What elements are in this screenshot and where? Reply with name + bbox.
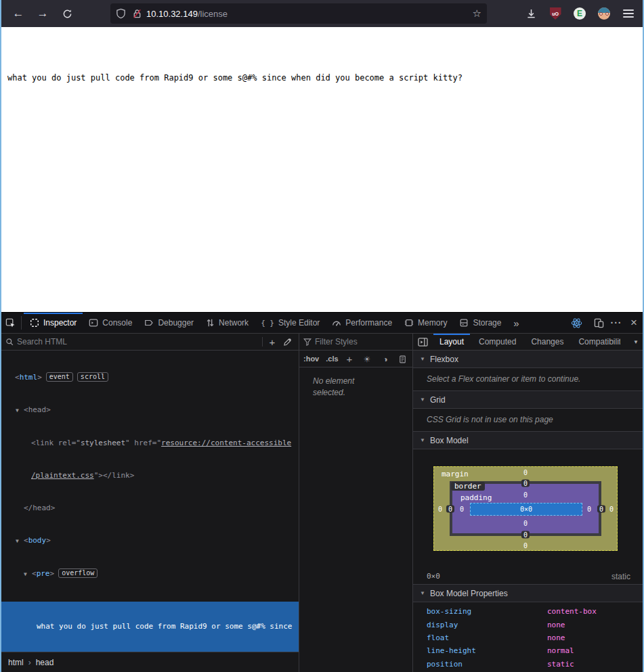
devtools-close-button[interactable]: × <box>625 313 643 333</box>
box-model-section-header[interactable]: ▼ Box Model <box>413 432 643 449</box>
padding-bottom-value[interactable]: 0 <box>523 520 528 527</box>
class-toggle[interactable]: .cls <box>326 355 338 363</box>
twisty-icon[interactable]: ▼ <box>16 405 24 416</box>
bookmark-star-icon[interactable]: ☆ <box>473 7 481 20</box>
app-menu-button[interactable] <box>620 5 637 22</box>
tab-layout[interactable]: Layout <box>432 334 471 350</box>
padding-top-value[interactable]: 0 <box>523 491 528 499</box>
extension-e-button[interactable]: E <box>571 5 588 22</box>
devtools-meatball-menu-button[interactable]: ··· <box>607 313 625 333</box>
tab-storage[interactable]: Storage <box>453 313 507 333</box>
browser-toolbar: ← → 10.10.32.149/license ☆ uO E <box>1 0 643 27</box>
padding-right-value[interactable]: 0 <box>587 506 591 513</box>
tab-performance[interactable]: Performance <box>326 313 398 333</box>
all-tabs-dropdown-icon[interactable]: ▼ <box>633 339 643 345</box>
property-row[interactable]: line-heightnormal <box>413 644 643 657</box>
grid-section-header[interactable]: ▼ Grid <box>413 391 643 409</box>
search-html-input[interactable] <box>17 337 260 346</box>
node-head-close[interactable]: </head> <box>1 503 299 514</box>
reload-button[interactable] <box>58 5 76 22</box>
three-pane-toggle-icon[interactable] <box>413 338 432 346</box>
tab-network[interactable]: Network <box>200 313 255 333</box>
node-link-wrap[interactable]: /plaintext.css"></link> <box>1 470 299 481</box>
page-viewport[interactable]: what you do just pull code from Rapid9 o… <box>1 27 643 312</box>
add-rule-button[interactable]: + <box>344 351 355 367</box>
node-head[interactable]: ▼<head> <box>1 405 299 416</box>
property-row[interactable]: floatnone <box>413 631 643 644</box>
property-row[interactable]: box-sizingcontent-box <box>413 605 643 618</box>
rules-empty-message: No element selected. <box>313 376 387 399</box>
border-bottom-value[interactable]: 0 <box>521 531 530 539</box>
markup-tree[interactable]: <html>eventscroll ▼<head> <link rel="sty… <box>1 351 299 672</box>
print-simulation-icon[interactable] <box>397 351 408 367</box>
tab-console[interactable]: Console <box>83 313 138 333</box>
tracking-shield-icon[interactable] <box>116 8 126 19</box>
url-bar[interactable]: 10.10.32.149/license ☆ <box>110 3 487 24</box>
tab-style-editor[interactable]: { } Style Editor <box>255 313 326 333</box>
forward-button[interactable]: → <box>34 5 51 22</box>
insecure-lock-icon[interactable] <box>132 8 142 19</box>
tab-compatibility[interactable]: Compatibility <box>571 334 620 350</box>
content-layer[interactable]: 0×0 <box>470 503 582 516</box>
downloads-button[interactable] <box>522 5 540 22</box>
tab-label: Debugger <box>158 318 194 328</box>
margin-left-value[interactable]: 0 <box>438 506 442 513</box>
filter-styles-input[interactable] <box>315 337 420 346</box>
border-left-value[interactable]: 0 <box>446 506 454 513</box>
console-icon <box>89 318 98 328</box>
property-row[interactable]: displaynone <box>413 618 643 631</box>
tab-changes[interactable]: Changes <box>523 334 571 350</box>
href-link[interactable]: /plaintext.css <box>31 471 94 480</box>
url-text: 10.10.32.149/license <box>146 9 228 19</box>
overflow-badge[interactable]: overflow <box>58 568 98 578</box>
node-pre[interactable]: ▼<pre>overflow <box>1 568 299 580</box>
tab-memory[interactable]: Memory <box>398 313 453 333</box>
performance-icon <box>332 318 341 328</box>
twisty-icon[interactable]: ▼ <box>16 536 24 547</box>
box-model-properties-list: box-sizingcontent-box displaynone floatn… <box>413 602 643 672</box>
light-mode-icon[interactable]: ☀ <box>362 351 372 367</box>
node-link[interactable]: <link rel="stylesheet" href="resource://… <box>1 438 299 449</box>
node-html[interactable]: <html>eventscroll <box>1 372 299 383</box>
node-body[interactable]: ▼<body> <box>1 535 299 547</box>
download-icon <box>526 9 536 19</box>
breadcrumb-item-html[interactable]: html <box>8 658 24 667</box>
markup-panel: + <html>eventscroll ▼<head> <link rel="s… <box>1 334 299 672</box>
tab-debugger[interactable]: Debugger <box>138 313 200 333</box>
flexbox-section-header[interactable]: ▼ Flexbox <box>413 351 643 368</box>
href-link[interactable]: resource://content-accessible <box>161 439 291 447</box>
more-tabs-button[interactable]: » <box>507 313 525 333</box>
margin-top-value[interactable]: 0 <box>523 469 528 476</box>
padding-left-value[interactable]: 0 <box>460 506 464 513</box>
add-node-button[interactable]: + <box>265 336 280 348</box>
eyedropper-icon[interactable] <box>280 338 295 346</box>
node-picker-button[interactable] <box>1 313 19 333</box>
element-dimensions-row: 0×0 static <box>413 568 643 585</box>
tab-computed[interactable]: Computed <box>471 334 523 350</box>
border-top-value[interactable]: 0 <box>521 480 530 487</box>
margin-right-value[interactable]: 0 <box>609 506 614 513</box>
dark-mode-icon[interactable]: ◑ <box>380 351 391 367</box>
tab-inspector[interactable]: Inspector <box>24 313 83 333</box>
ublock-shield-icon: uO <box>550 7 561 20</box>
border-right-value[interactable]: 0 <box>597 506 605 513</box>
twisty-icon[interactable]: ▼ <box>24 569 32 580</box>
debugger-icon <box>144 318 154 328</box>
style-editor-icon: { } <box>261 319 274 328</box>
box-model-properties-header[interactable]: ▼ Box Model Properties <box>413 585 643 602</box>
persona-extension-button[interactable] <box>595 5 613 22</box>
element-position: static <box>611 572 630 581</box>
box-model-diagram[interactable]: margin border padding 0×0 0 0 0 0 0 0 <box>433 466 618 551</box>
back-button[interactable]: ← <box>9 5 27 22</box>
property-row[interactable]: positionstatic <box>413 658 643 671</box>
pseudo-class-toggle[interactable]: :hov <box>303 355 319 363</box>
react-devtools-button[interactable] <box>567 313 585 333</box>
margin-bottom-value[interactable]: 0 <box>523 542 528 550</box>
text-node-line: what you do just pull code from Rapid9 o… <box>1 622 299 632</box>
scroll-badge[interactable]: scroll <box>77 372 108 382</box>
breadcrumb-item-head[interactable]: head <box>36 658 54 667</box>
responsive-design-button[interactable] <box>590 313 607 333</box>
event-badge[interactable]: event <box>46 372 73 382</box>
filter-icon <box>303 338 312 346</box>
ublock-extension-button[interactable]: uO <box>546 5 564 22</box>
